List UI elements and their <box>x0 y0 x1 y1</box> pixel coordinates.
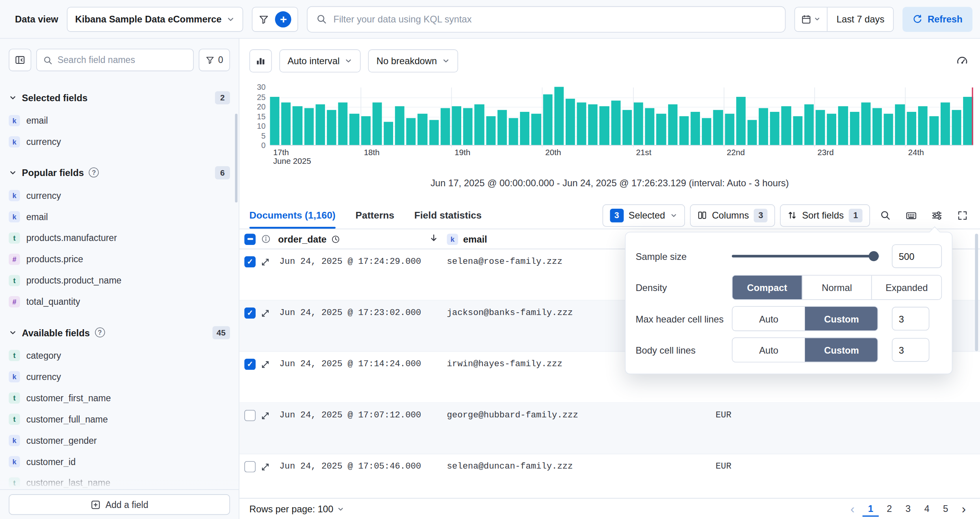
field-item[interactable]: k email <box>9 110 230 131</box>
field-item[interactable]: k email <box>9 206 230 228</box>
breakdown-picker[interactable]: No breakdown <box>368 49 458 72</box>
cell-order-date[interactable]: Jun 24, 2025 @ 17:24:29.000 <box>278 256 445 266</box>
histogram-bar[interactable] <box>554 87 564 145</box>
field-item[interactable]: k customer_id <box>9 451 230 473</box>
cell-order-date[interactable]: Jun 24, 2025 @ 17:07:12.000 <box>278 410 445 420</box>
histogram-bar[interactable] <box>770 112 780 145</box>
histogram-bar[interactable] <box>486 116 496 145</box>
field-search-input[interactable] <box>58 55 187 65</box>
sample-size-slider[interactable] <box>732 255 879 257</box>
rows-per-page-button[interactable]: Rows per page: 100 <box>249 504 345 514</box>
histogram-bar[interactable] <box>679 116 689 145</box>
histogram-bar[interactable] <box>929 116 939 145</box>
histogram-bar[interactable] <box>327 110 336 145</box>
histogram-bar[interactable] <box>713 110 723 145</box>
page-3[interactable]: 3 <box>900 501 916 517</box>
histogram-bar[interactable] <box>827 114 837 145</box>
histogram-bar[interactable] <box>895 104 905 145</box>
keyboard-shortcuts-button[interactable] <box>900 205 921 225</box>
histogram-bar[interactable] <box>293 106 302 145</box>
cell-email[interactable]: george@hubbard-family.zzz <box>445 410 713 420</box>
row-checkbox[interactable] <box>244 308 256 319</box>
slider-thumb[interactable] <box>869 251 878 261</box>
columns-button[interactable]: Columns 3 <box>690 204 775 226</box>
option-custom[interactable]: Custom <box>805 338 878 361</box>
interval-picker[interactable]: Auto interval <box>279 49 361 72</box>
field-section-header[interactable]: Popular fields ? 6 <box>9 164 230 181</box>
histogram-bar[interactable] <box>736 96 746 145</box>
histogram-bar[interactable] <box>509 118 518 145</box>
row-checkbox[interactable] <box>244 256 256 268</box>
histogram-bar[interactable] <box>804 104 814 145</box>
tab-documents[interactable]: Documents (1,160) <box>249 202 336 229</box>
histogram-bar[interactable] <box>657 114 666 145</box>
field-item[interactable]: t products.manufacturer <box>9 228 230 249</box>
fullscreen-button[interactable] <box>952 205 973 225</box>
row-checkbox[interactable] <box>244 359 256 370</box>
sample-size-input[interactable] <box>892 244 942 268</box>
cell-currency[interactable]: EUR <box>713 410 980 420</box>
page-4[interactable]: 4 <box>919 501 935 517</box>
field-item[interactable]: t customer_first_name <box>9 387 230 409</box>
cell-email[interactable]: selena@duncan-family.zzz <box>445 461 713 471</box>
field-item[interactable]: k customer_gender <box>9 430 230 451</box>
collapse-sidebar-button[interactable] <box>9 49 31 71</box>
row-checkbox[interactable] <box>244 410 256 421</box>
histogram-bar[interactable] <box>395 106 405 145</box>
option-normal[interactable]: Normal <box>802 276 871 299</box>
page-2[interactable]: 2 <box>881 501 897 517</box>
histogram-bar[interactable] <box>406 118 416 145</box>
tab-patterns[interactable]: Patterns <box>356 202 394 229</box>
sort-descending-icon[interactable] <box>429 233 438 245</box>
option-compact[interactable]: Compact <box>733 276 802 299</box>
field-item[interactable]: k currency <box>9 131 230 152</box>
histogram-bar[interactable] <box>759 108 768 145</box>
histogram-bar[interactable] <box>668 104 677 145</box>
expand-row-icon[interactable] <box>261 411 270 420</box>
field-item[interactable]: t customer_last_name <box>9 473 230 489</box>
histogram-bar[interactable] <box>861 102 870 145</box>
histogram-bar[interactable] <box>520 112 529 145</box>
table-row[interactable]: Jun 24, 2025 @ 17:07:12.000 george@hubba… <box>239 403 980 454</box>
option-auto[interactable]: Auto <box>733 307 805 330</box>
histogram-bar[interactable] <box>884 114 893 145</box>
histogram-bar[interactable] <box>793 116 802 145</box>
histogram-bar[interactable] <box>941 102 950 145</box>
cell-order-date[interactable]: Jun 24, 2025 @ 17:14:24.000 <box>278 359 445 369</box>
option-auto[interactable]: Auto <box>733 338 805 361</box>
histogram-bar[interactable] <box>816 110 825 145</box>
cell-currency[interactable]: EUR <box>713 461 980 471</box>
field-section-header[interactable]: Selected fields 2 <box>9 89 230 106</box>
histogram-bar[interactable] <box>634 102 643 145</box>
kql-search-bar[interactable] <box>307 6 786 32</box>
kql-input[interactable] <box>333 14 776 24</box>
page-5[interactable]: 5 <box>937 501 954 517</box>
add-field-button[interactable]: Add a field <box>9 494 230 515</box>
histogram-bar[interactable] <box>622 110 632 145</box>
histogram-bar[interactable] <box>611 100 620 145</box>
histogram-bar[interactable] <box>600 106 609 145</box>
histogram-bar[interactable] <box>645 108 655 145</box>
histogram-bar[interactable] <box>440 108 450 145</box>
histogram-bar[interactable] <box>747 120 757 145</box>
time-range-button[interactable]: Last 7 days <box>827 7 893 31</box>
histogram-bar[interactable] <box>304 108 314 145</box>
histogram-bar[interactable] <box>702 118 711 145</box>
histogram-bar[interactable] <box>281 102 291 145</box>
expand-row-icon[interactable] <box>261 360 270 369</box>
header-lines-input[interactable] <box>892 307 929 330</box>
sort-fields-button[interactable]: Sort fields 1 <box>780 204 870 226</box>
histogram-bar[interactable] <box>850 112 859 145</box>
histogram-bar[interactable] <box>463 108 473 145</box>
histogram-bar[interactable] <box>781 106 791 145</box>
expand-row-icon[interactable] <box>261 462 270 471</box>
histogram-bar[interactable] <box>452 106 461 145</box>
chart-visibility-button[interactable] <box>249 49 272 72</box>
histogram-bar[interactable] <box>361 116 370 145</box>
histogram-bar[interactable] <box>429 120 438 145</box>
field-item[interactable]: k currency <box>9 366 230 387</box>
chart-options-button[interactable] <box>951 50 973 71</box>
body-lines-input[interactable] <box>892 338 929 361</box>
histogram-bar[interactable] <box>349 114 359 145</box>
histogram-bar[interactable] <box>270 96 279 145</box>
